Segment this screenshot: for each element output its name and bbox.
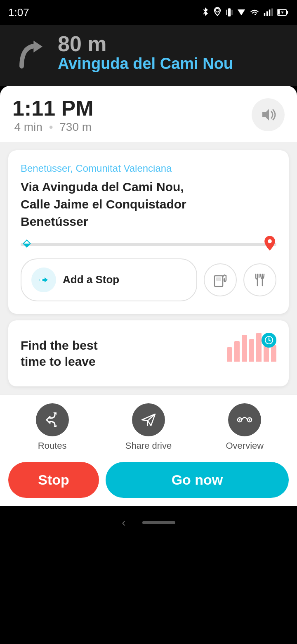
back-button[interactable]: ‹ <box>122 516 125 529</box>
progress-start-icon <box>21 237 33 251</box>
add-stop-label: Add a Stop <box>63 273 119 286</box>
status-icons <box>200 7 289 18</box>
svg-rect-1 <box>228 8 231 17</box>
restaurant-button[interactable] <box>243 263 276 296</box>
vibrate-icon <box>225 7 233 18</box>
svg-rect-10 <box>287 11 288 14</box>
turn-arrow <box>12 35 50 72</box>
stop-button[interactable]: Stop <box>8 462 99 498</box>
routes-label: Routes <box>38 440 67 451</box>
svg-rect-19 <box>216 277 221 281</box>
progress-end-icon <box>262 235 278 253</box>
share-drive-icon-circle <box>132 403 165 436</box>
nav-instruction: 80 m Avinguda del Cami Nou <box>58 33 233 73</box>
eta-details: 4 min • 730 m <box>14 121 92 134</box>
battery-icon <box>277 8 289 17</box>
clock-badge <box>262 333 276 348</box>
nav-street: Avinguda del Cami Nou <box>58 54 233 73</box>
eta-info: 1:11 PM 4 min • 730 m <box>12 96 94 134</box>
svg-rect-5 <box>264 13 265 16</box>
svg-point-35 <box>249 419 250 421</box>
main-content: Benetússer, Comunitat Valenciana Via Avi… <box>0 142 297 395</box>
sound-icon <box>259 106 277 124</box>
svg-rect-20 <box>224 278 225 282</box>
svg-point-34 <box>239 419 240 421</box>
action-buttons: Add a Stop <box>21 258 276 301</box>
chart-bar-3 <box>242 335 247 362</box>
svg-rect-2 <box>226 10 227 15</box>
share-drive-icon <box>139 411 158 429</box>
eta-bar: 1:11 PM 4 min • 730 m <box>0 86 297 142</box>
progress-fill <box>21 243 276 246</box>
chart-bar-5 <box>256 333 262 362</box>
svg-point-15 <box>268 239 272 243</box>
best-time-card[interactable]: Find the besttime to leave <box>8 320 289 386</box>
home-indicator[interactable] <box>142 521 175 524</box>
chart-bar-2 <box>234 341 240 362</box>
overview-icon-circle <box>228 403 261 436</box>
eta-time: 1:11 PM <box>12 96 94 121</box>
svg-rect-11 <box>278 10 280 15</box>
svg-rect-8 <box>271 8 273 16</box>
go-now-button[interactable]: Go now <box>106 462 289 498</box>
nav-routes[interactable]: Routes <box>4 403 100 451</box>
bluetooth-icon <box>200 7 210 18</box>
overview-label: Overview <box>226 440 264 451</box>
nav-distance: 80 m <box>58 33 233 54</box>
best-time-label: Find the besttime to leave <box>21 337 98 369</box>
svg-rect-3 <box>232 10 233 15</box>
best-time-graphic <box>227 333 276 374</box>
svg-line-27 <box>269 340 271 341</box>
share-drive-label: Share drive <box>125 440 172 451</box>
chart-bar-1 <box>227 347 232 362</box>
destination-address: Via Avinguda del Cami Nou,Calle Jaime el… <box>21 178 276 230</box>
nav-share-drive[interactable]: Share drive <box>100 403 196 451</box>
svg-rect-6 <box>266 11 268 16</box>
add-stop-button[interactable]: Add a Stop <box>21 258 197 301</box>
svg-point-17 <box>40 279 42 281</box>
eta-distance: 730 m <box>59 121 92 133</box>
destination-card: Benetússer, Comunitat Valenciana Via Avi… <box>8 150 289 314</box>
chart-bar-7 <box>271 345 276 362</box>
route-progress-bar <box>21 243 276 246</box>
destination-region: Benetússer, Comunitat Valenciana <box>21 163 276 174</box>
chart-bar-4 <box>249 339 255 362</box>
svg-marker-4 <box>238 9 245 16</box>
location-icon <box>213 7 222 18</box>
routes-icon <box>43 411 61 429</box>
eta-minutes: 4 min <box>14 121 42 133</box>
stop-pin-icon <box>35 272 52 288</box>
dot-separator: • <box>49 121 53 133</box>
sound-button[interactable] <box>252 98 285 131</box>
cellular-icon <box>263 8 274 17</box>
wifi-icon <box>249 8 260 17</box>
svg-point-0 <box>216 8 219 12</box>
overview-icon <box>236 411 254 429</box>
svg-rect-18 <box>214 276 223 286</box>
nav-header: 80 m Avinguda del Cami Nou <box>0 25 297 86</box>
bottom-actions: Stop Go now <box>0 455 297 506</box>
fuel-button[interactable] <box>204 263 237 296</box>
nav-overview[interactable]: Overview <box>197 403 293 451</box>
svg-rect-7 <box>269 9 270 16</box>
fuel-icon <box>212 272 229 288</box>
signal-icon <box>237 8 246 17</box>
clock-icon <box>264 336 273 345</box>
system-bar: ‹ <box>0 506 297 539</box>
restaurant-icon <box>252 272 268 288</box>
svg-marker-12 <box>33 40 42 52</box>
add-stop-icon <box>31 268 56 292</box>
routes-icon-circle <box>36 403 69 436</box>
status-time: 1:07 <box>8 6 29 19</box>
status-bar: 1:07 <box>0 0 297 25</box>
bottom-nav: Routes Share drive Overview <box>0 395 297 455</box>
